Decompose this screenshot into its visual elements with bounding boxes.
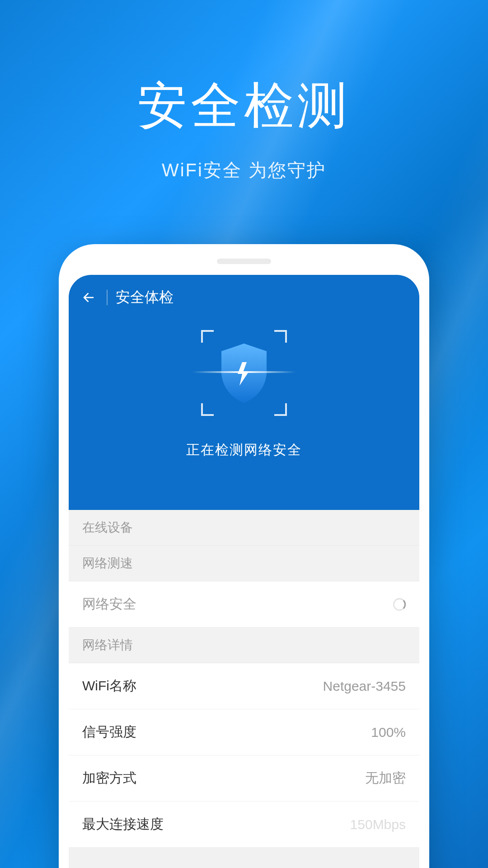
wifi-name-value: Netgear-3455 — [323, 679, 406, 694]
wifi-name-label: WiFi名称 — [82, 677, 136, 695]
loading-spinner-icon — [393, 598, 406, 611]
phone-frame: 安全体检 — [59, 244, 429, 868]
screen-header: 安全体检 — [69, 275, 419, 510]
toolbar-title: 安全体检 — [116, 288, 174, 307]
scan-frame — [201, 330, 287, 416]
hero-title: 安全检测 — [0, 72, 488, 140]
status-text: 正在检测网络安全 — [186, 441, 302, 459]
phone-screen: 安全体检 — [69, 275, 419, 868]
arrow-left-icon — [82, 291, 95, 304]
row-encryption[interactable]: 加密方式 无加密 — [69, 755, 419, 802]
row-security-label: 网络安全 — [82, 595, 136, 613]
encryption-label: 加密方式 — [82, 769, 136, 788]
row-security[interactable]: 网络安全 — [69, 581, 419, 627]
maxspeed-value: 150Mbps — [350, 817, 406, 832]
toolbar: 安全体检 — [69, 283, 419, 312]
section-speed-test[interactable]: 网络测速 — [69, 546, 419, 581]
back-button[interactable] — [79, 288, 99, 307]
row-signal[interactable]: 信号强度 100% — [69, 709, 419, 755]
row-wifi-name[interactable]: WiFi名称 Netgear-3455 — [69, 663, 419, 709]
section-online-devices[interactable]: 在线设备 — [69, 510, 419, 546]
maxspeed-label: 最大连接速度 — [82, 815, 164, 834]
section-details: 网络详情 — [69, 627, 419, 663]
scan-line — [192, 371, 296, 373]
row-maxspeed[interactable]: 最大连接速度 150Mbps — [69, 802, 419, 848]
signal-label: 信号强度 — [82, 723, 136, 741]
encryption-value: 无加密 — [365, 769, 406, 788]
hero-subtitle: WiFi安全 为您守护 — [0, 158, 488, 183]
toolbar-divider — [107, 290, 108, 305]
signal-value: 100% — [371, 725, 406, 740]
